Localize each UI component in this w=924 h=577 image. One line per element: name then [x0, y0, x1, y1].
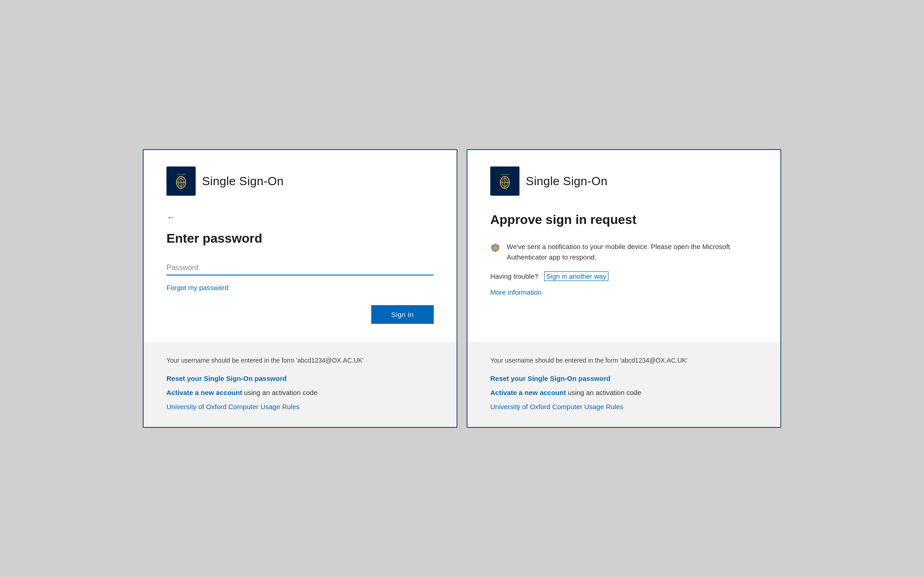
- right-panel: OXFORD Single Sign-On Approve sign in re…: [467, 149, 781, 428]
- left-activate-rest: using an activation code: [242, 389, 317, 396]
- sign-in-button[interactable]: Sign in: [371, 305, 434, 324]
- right-activate-rest: using an activation code: [566, 389, 641, 396]
- left-oxford-logo: OXFORD: [166, 166, 196, 196]
- left-panel-bottom: Your username should be entered in the f…: [144, 342, 457, 427]
- left-logo-row: OXFORD Single Sign-On: [166, 166, 434, 196]
- left-activate-link[interactable]: Activate a new account: [166, 389, 242, 396]
- right-usage-link[interactable]: University of Oxford Computer Usage Rule…: [490, 403, 758, 411]
- svg-text:🔒: 🔒: [493, 245, 498, 251]
- shield-icon: 🔒: [490, 243, 500, 255]
- left-back-button[interactable]: ←: [166, 212, 176, 223]
- right-heading: Approve sign in request: [490, 212, 758, 228]
- right-sso-title: Single Sign-On: [526, 174, 607, 188]
- panels-container: OXFORD Single Sign-On ← Enter password F…: [143, 149, 781, 428]
- left-sso-title: Single Sign-On: [202, 174, 284, 188]
- sign-in-row: Sign in: [166, 305, 434, 324]
- left-activate-row: Activate a new account using an activati…: [166, 389, 434, 396]
- forgot-password-link[interactable]: Forgot my password: [166, 284, 434, 291]
- notification-row: 🔒 We've sent a notification to your mobi…: [490, 241, 758, 263]
- right-username-info: Your username should be entered in the f…: [490, 356, 758, 365]
- more-info-link[interactable]: More information: [490, 288, 758, 296]
- left-heading: Enter password: [166, 231, 434, 246]
- notification-text: We've sent a notification to your mobile…: [507, 241, 758, 263]
- right-panel-bottom: Your username should be entered in the f…: [467, 342, 780, 427]
- right-activate-link[interactable]: Activate a new account: [490, 389, 566, 396]
- right-oxford-logo: OXFORD: [490, 166, 519, 196]
- password-input[interactable]: [166, 260, 434, 276]
- left-reset-link[interactable]: Reset your Single Sign-On password: [166, 374, 434, 382]
- right-logo-row: OXFORD Single Sign-On: [490, 166, 758, 196]
- svg-text:OXFORD: OXFORD: [176, 173, 186, 176]
- svg-text:OXFORD: OXFORD: [500, 173, 510, 176]
- right-activate-row: Activate a new account using an activati…: [490, 389, 758, 396]
- left-usage-link[interactable]: University of Oxford Computer Usage Rule…: [166, 403, 434, 411]
- right-panel-top: OXFORD Single Sign-On Approve sign in re…: [467, 150, 780, 342]
- left-panel-top: OXFORD Single Sign-On ← Enter password F…: [144, 150, 457, 342]
- left-username-info: Your username should be entered in the f…: [166, 356, 434, 365]
- having-trouble-row: Having trouble? Sign in another way: [490, 272, 758, 280]
- having-trouble-text: Having trouble?: [490, 272, 538, 280]
- left-panel: OXFORD Single Sign-On ← Enter password F…: [143, 149, 457, 428]
- sign-another-way-link[interactable]: Sign in another way: [544, 271, 609, 281]
- password-input-wrapper: [166, 260, 434, 276]
- right-reset-link[interactable]: Reset your Single Sign-On password: [490, 374, 758, 382]
